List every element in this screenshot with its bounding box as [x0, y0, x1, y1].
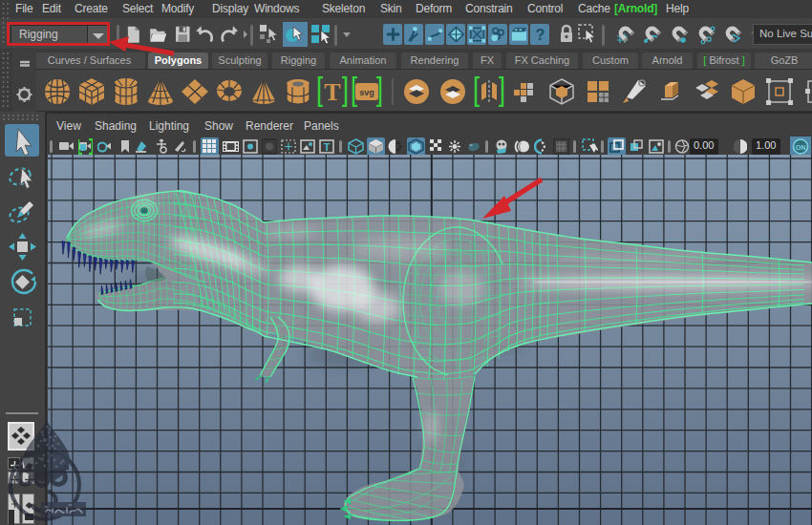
svg-text:T: T: [324, 78, 340, 106]
svg-text:?: ?: [536, 26, 545, 43]
svg-text:T: T: [324, 141, 331, 153]
svg-text:svg: svg: [359, 88, 374, 97]
svg-text:ON: ON: [796, 144, 806, 151]
